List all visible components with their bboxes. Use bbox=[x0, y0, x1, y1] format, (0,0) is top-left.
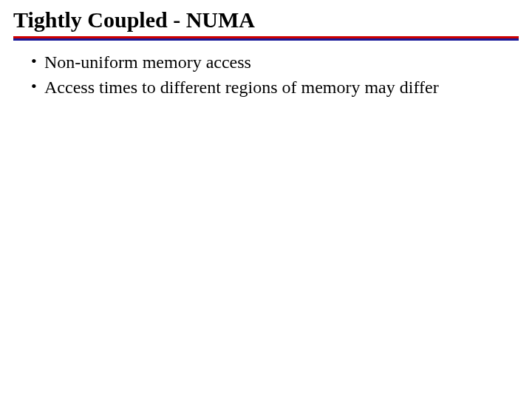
list-item: Access times to different regions of mem… bbox=[31, 76, 519, 98]
list-item: Non-uniform memory access bbox=[31, 51, 519, 73]
title-underline bbox=[13, 36, 519, 41]
slide-title: Tightly Coupled - NUMA bbox=[13, 7, 519, 32]
slide: Tightly Coupled - NUMA Non-uniform memor… bbox=[0, 0, 532, 399]
title-underline-blue bbox=[13, 38, 519, 41]
bullet-list: Non-uniform memory access Access times t… bbox=[13, 51, 519, 98]
